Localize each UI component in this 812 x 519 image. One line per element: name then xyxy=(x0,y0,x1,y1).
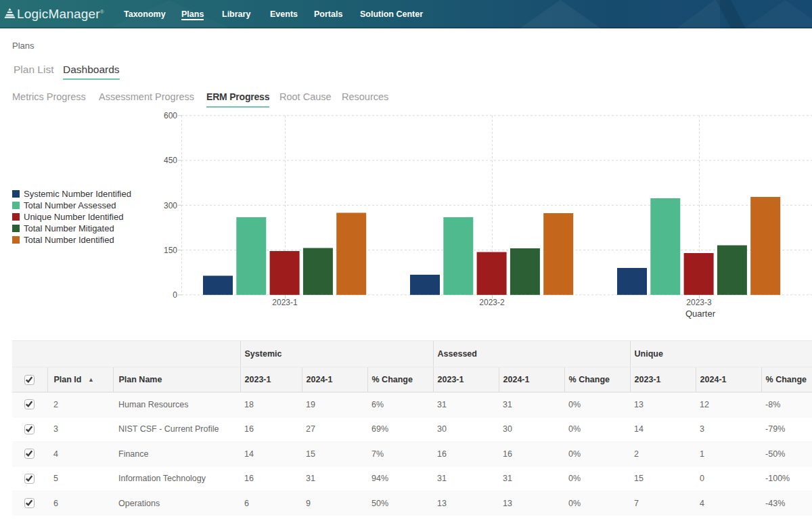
svg-text:450: 450 xyxy=(164,156,177,165)
svg-text:2023-1: 2023-1 xyxy=(272,298,298,307)
svg-text:300: 300 xyxy=(164,201,177,210)
svg-text:2023-2: 2023-2 xyxy=(479,298,505,307)
svg-text:600: 600 xyxy=(164,111,177,120)
svg-text:150: 150 xyxy=(164,246,177,255)
svg-text:Quarter: Quarter xyxy=(685,309,716,319)
svg-text:2023-3: 2023-3 xyxy=(686,298,712,307)
svg-text:0: 0 xyxy=(173,290,177,300)
